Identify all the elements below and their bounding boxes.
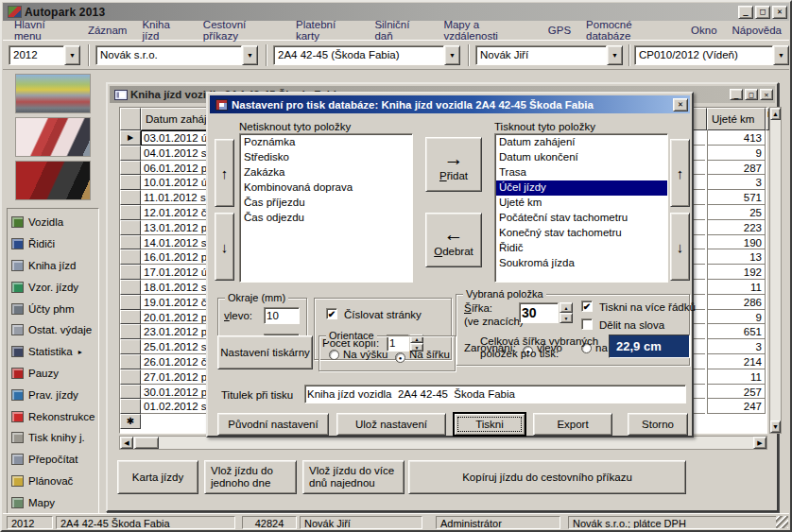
- list-item[interactable]: Zakázka: [241, 165, 412, 180]
- km-cell[interactable]: 214: [707, 354, 766, 369]
- km-cell[interactable]: 3: [707, 175, 766, 190]
- row-selector-cell[interactable]: [120, 265, 141, 280]
- trip-order-filter-combo[interactable]: CP010/2012 (Vídeň) ▼: [634, 45, 789, 65]
- km-cell[interactable]: 11: [707, 369, 766, 385]
- menu-item[interactable]: Mapy a vzdálenosti: [436, 17, 540, 44]
- km-cell[interactable]: 13: [707, 249, 766, 265]
- row-selector-cell[interactable]: [120, 385, 141, 400]
- copy-to-trip-order-button[interactable]: Kopíruj jízdu do cestovního příkazu: [408, 460, 686, 494]
- row-selector-cell[interactable]: [120, 310, 141, 325]
- km-cell[interactable]: 9: [707, 310, 766, 325]
- split-words-checkbox[interactable]: [581, 318, 593, 330]
- sidebar-item[interactable]: Přepočítat: [11, 449, 98, 471]
- km-cell[interactable]: 11: [707, 280, 766, 295]
- km-cell[interactable]: 9: [707, 146, 766, 161]
- vehicle-filter-combo[interactable]: 2A4 42-45 (Škoda Fabia) ▼: [273, 45, 460, 65]
- scroll-right-icon[interactable]: ▶: [753, 437, 766, 449]
- remove-button[interactable]: ← Odebrat: [425, 213, 482, 267]
- scrollbar-thumb[interactable]: [134, 437, 159, 449]
- resize-grip[interactable]: [776, 516, 788, 528]
- km-cell[interactable]: 192: [707, 265, 766, 280]
- sidebar-item[interactable]: Kniha jízd: [11, 255, 98, 277]
- sidebar-item[interactable]: Vozidla: [11, 212, 98, 233]
- export-button[interactable]: Export: [533, 413, 612, 436]
- insert-multi-day-button[interactable]: Vlož jízdu do více dnů najednou: [302, 460, 405, 494]
- chevron-down-icon[interactable]: ▼: [773, 45, 789, 65]
- row-selector-cell[interactable]: [120, 354, 141, 369]
- excluded-items-listbox[interactable]: PoznámkaStřediskoZakázkaKombinovaná dopr…: [239, 133, 413, 283]
- landscape-radio[interactable]: ●Na šířku: [395, 349, 450, 363]
- insert-one-day-button[interactable]: Vlož jízdu do jednoho dne: [204, 460, 297, 494]
- list-item[interactable]: Čas odjezdu: [241, 211, 412, 226]
- menu-item[interactable]: Záznam: [80, 23, 135, 39]
- chevron-down-icon[interactable]: ▼: [242, 45, 258, 65]
- row-selector-cell[interactable]: [120, 205, 141, 220]
- menu-item[interactable]: Silniční daň: [367, 17, 436, 44]
- scroll-down-icon[interactable]: ▼: [770, 420, 781, 433]
- list-item[interactable]: Počáteční stav tachometru: [496, 211, 667, 226]
- sidebar-item[interactable]: Ostat. výdaje: [11, 319, 98, 341]
- company-filter-combo[interactable]: Novák s.r.o. ▼: [95, 45, 258, 65]
- move-up-icon[interactable]: ↑: [670, 139, 690, 207]
- save-settings-button[interactable]: Ulož nastavení: [336, 413, 446, 436]
- row-selector-cell[interactable]: [120, 175, 141, 190]
- trip-card-button[interactable]: Karta jízdy: [117, 460, 198, 494]
- maximize-icon[interactable]: □: [755, 6, 770, 19]
- portrait-radio[interactable]: Na výšku: [329, 349, 387, 360]
- multiline-checkbox[interactable]: ✔: [581, 300, 593, 312]
- km-cell[interactable]: 247: [707, 399, 766, 414]
- sidebar-item[interactable]: Tisk knihy j.: [11, 427, 98, 449]
- km-cell[interactable]: 223: [707, 220, 766, 235]
- print-button[interactable]: Tiskni: [454, 413, 525, 436]
- minimize-icon[interactable]: _: [730, 89, 743, 100]
- km-cell[interactable]: 190: [707, 235, 766, 250]
- close-icon[interactable]: ✕: [760, 89, 773, 100]
- menu-item[interactable]: Okno: [683, 23, 725, 39]
- sidebar-item[interactable]: Účty phm: [11, 298, 98, 319]
- menu-item[interactable]: Kniha jízd: [134, 17, 195, 44]
- width-input[interactable]: [519, 302, 559, 323]
- sidebar-item[interactable]: Statistika ▸: [11, 341, 98, 363]
- km-cell[interactable]: 651: [707, 324, 766, 339]
- cancel-button[interactable]: Storno: [628, 413, 688, 436]
- menu-item[interactable]: GPS: [541, 23, 578, 39]
- list-item[interactable]: Kombinovaná doprava: [241, 180, 412, 196]
- list-item[interactable]: Konečný stav tachometru: [496, 226, 667, 241]
- list-item[interactable]: Čas příjezdu: [241, 196, 412, 211]
- list-item[interactable]: Datum ukončení: [496, 150, 667, 165]
- sidebar-item[interactable]: Řidiči: [11, 233, 98, 255]
- km-cell[interactable]: 571: [707, 190, 766, 205]
- sidebar-item[interactable]: Vzor. jízdy: [11, 276, 98, 298]
- sidebar-item[interactable]: Mapy: [11, 491, 98, 513]
- year-filter-combo[interactable]: 2012 ▼: [9, 45, 80, 65]
- move-down-icon[interactable]: ↓: [670, 213, 690, 281]
- driver-filter-combo[interactable]: Novák Jiří ▼: [475, 45, 623, 65]
- row-selector-cell[interactable]: [120, 220, 141, 235]
- row-selector-cell[interactable]: [120, 295, 141, 310]
- menu-item[interactable]: Platební karty: [288, 17, 367, 44]
- km-cell[interactable]: 286: [707, 295, 766, 310]
- km-column-header[interactable]: Ujeté km: [707, 108, 766, 130]
- printed-items-listbox[interactable]: Datum zahájeníDatum ukončeníTrasaÚčel jí…: [494, 133, 668, 283]
- menu-item[interactable]: Pomocné databáze: [578, 17, 683, 44]
- list-item[interactable]: Datum zahájení: [496, 135, 667, 150]
- margin-left-input[interactable]: [264, 307, 300, 324]
- chevron-down-icon[interactable]: ▼: [444, 45, 460, 65]
- horizontal-scrollbar[interactable]: ◀ ▶: [119, 436, 767, 450]
- move-down-icon[interactable]: ↓: [215, 213, 234, 281]
- list-item[interactable]: Středisko: [241, 150, 412, 165]
- spinner-down-icon[interactable]: ▼: [560, 313, 573, 323]
- original-settings-button[interactable]: Původní nastavení: [217, 413, 329, 436]
- scroll-left-icon[interactable]: ◀: [120, 437, 133, 449]
- maximize-icon[interactable]: □: [745, 89, 758, 100]
- row-selector-cell[interactable]: [120, 190, 141, 205]
- row-selector-cell[interactable]: [120, 369, 141, 385]
- chevron-down-icon[interactable]: ▼: [64, 45, 80, 65]
- scroll-up-icon[interactable]: ▲: [770, 108, 781, 120]
- km-cell[interactable]: 3: [707, 339, 766, 354]
- list-item[interactable]: Účel jízdy: [496, 180, 667, 196]
- row-selector-cell[interactable]: ▶: [120, 130, 141, 146]
- chevron-down-icon[interactable]: ▼: [607, 45, 623, 65]
- row-selector-cell[interactable]: [120, 399, 141, 414]
- sidebar-item[interactable]: Pauzy: [11, 363, 98, 385]
